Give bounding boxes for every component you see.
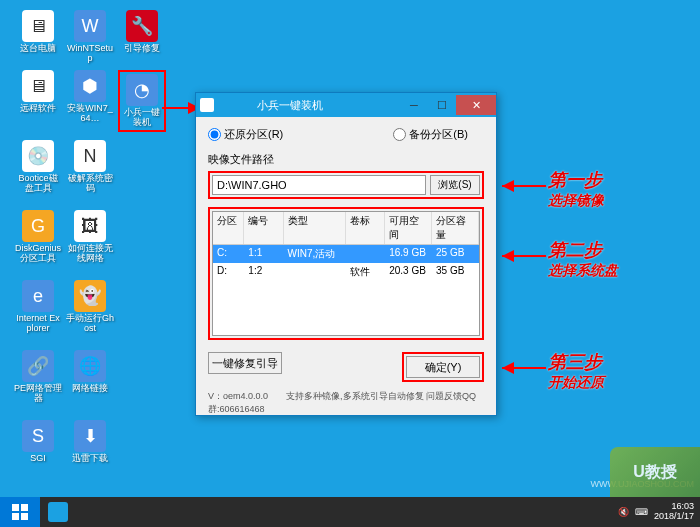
windows-icon <box>12 504 28 520</box>
column-header[interactable]: 编号 <box>244 212 283 244</box>
path-row: 浏览(S) <box>208 171 484 199</box>
app-icon: ◔ <box>126 74 158 106</box>
column-header[interactable]: 分区容量 <box>432 212 479 244</box>
app-icon: 🔧 <box>126 10 158 42</box>
column-header[interactable]: 类型 <box>284 212 346 244</box>
arrow-step2 <box>496 248 551 264</box>
taskbar: 🔇 ⌨ 16:03 2018/1/17 <box>0 497 700 527</box>
path-label: 映像文件路径 <box>208 152 484 167</box>
app-icon: 👻 <box>74 280 106 312</box>
desktop-icon-网络链接[interactable]: 🌐网络链接 <box>66 350 114 394</box>
logo-ujiaoshou: U教授 <box>610 447 700 497</box>
desktop-icon-如何连接无线网络[interactable]: 🖼如何连接无线网络 <box>66 210 114 264</box>
icon-label: Bootice磁盘工具 <box>14 174 62 194</box>
icon-label: 远程软件 <box>14 104 62 114</box>
desktop-icon-WinNTSetup[interactable]: WWinNTSetup <box>66 10 114 64</box>
app-icon: e <box>22 280 54 312</box>
desktop-icon-迅雷下载[interactable]: ⬇迅雷下载 <box>66 420 114 464</box>
annotation: 第一步选择镜像 <box>548 168 604 210</box>
column-header[interactable]: 分区 <box>213 212 244 244</box>
table-row[interactable]: C:1:1WIN7,活动16.9 GB25 GB <box>213 245 479 263</box>
app-icon: 🖼 <box>74 210 106 242</box>
system-tray[interactable]: 🔇 ⌨ 16:03 2018/1/17 <box>618 502 700 522</box>
app-icon: W <box>74 10 106 42</box>
icon-label: 迅雷下载 <box>66 454 114 464</box>
arrow-step1 <box>496 178 551 194</box>
desktop-icon-DiskGenius分区工具[interactable]: GDiskGenius分区工具 <box>14 210 62 264</box>
desktop-icon-破解系统密码[interactable]: N破解系统密码 <box>66 140 114 194</box>
app-icon: ⬇ <box>74 420 106 452</box>
app-icon: 🌐 <box>74 350 106 382</box>
icon-label: SGI <box>14 454 62 464</box>
icon-label: 手动运行Ghost <box>66 314 114 334</box>
table-row[interactable]: D:1:2软件20.3 GB35 GB <box>213 263 479 281</box>
taskbar-app-icon[interactable] <box>41 499 75 525</box>
icon-label: Internet Explorer <box>14 314 62 334</box>
app-icon: S <box>22 420 54 452</box>
dialog-title: 小兵一键装机 <box>220 98 400 113</box>
icon-label: PE网络管理器 <box>14 384 62 404</box>
icon-label: 这台电脑 <box>14 44 62 54</box>
desktop-icon-引导修复[interactable]: 🔧引导修复 <box>118 10 166 54</box>
installer-dialog: 小兵一键装机 ─ ☐ ✕ 还原分区(R) 备份分区(B) 映像文件路径 浏览(S… <box>195 92 497 416</box>
column-header[interactable]: 可用空间 <box>385 212 432 244</box>
svg-rect-6 <box>12 513 19 520</box>
desktop-icon-这台电脑[interactable]: 🖥这台电脑 <box>14 10 62 54</box>
app-icon: 🖥 <box>22 70 54 102</box>
browse-button[interactable]: 浏览(S) <box>430 175 480 195</box>
ok-button[interactable]: 确定(Y) <box>406 356 480 378</box>
icon-label: 引导修复 <box>118 44 166 54</box>
icon-label: 如何连接无线网络 <box>66 244 114 264</box>
column-header[interactable]: 卷标 <box>346 212 385 244</box>
backup-radio[interactable]: 备份分区(B) <box>393 127 468 142</box>
desktop-icon-小兵一键装机[interactable]: ◔小兵一键装机 <box>118 70 166 132</box>
annotation: 第二步选择系统盘 <box>548 238 618 280</box>
icon-label: 破解系统密码 <box>66 174 114 194</box>
start-button[interactable] <box>0 497 40 527</box>
icon-label: WinNTSetup <box>66 44 114 64</box>
image-path-input[interactable] <box>212 175 426 195</box>
app-icon: 💿 <box>22 140 54 172</box>
desktop: 🖥这台电脑WWinNTSetup🔧引导修复🖥远程软件⬢安装WIN7_64…◔小兵… <box>0 0 700 527</box>
app-icon: 🔗 <box>22 350 54 382</box>
app-icon <box>200 98 214 112</box>
tray-keyboard-icon[interactable]: ⌨ <box>635 507 648 517</box>
app-icon: N <box>74 140 106 172</box>
desktop-icon-Internet Explorer[interactable]: eInternet Explorer <box>14 280 62 334</box>
annotation: 第三步开始还原 <box>548 350 604 392</box>
icon-label: 安装WIN7_64… <box>66 104 114 124</box>
icon-label: DiskGenius分区工具 <box>14 244 62 264</box>
desktop-icon-PE网络管理器[interactable]: 🔗PE网络管理器 <box>14 350 62 404</box>
desktop-icon-手动运行Ghost[interactable]: 👻手动运行Ghost <box>66 280 114 334</box>
svg-rect-5 <box>21 504 28 511</box>
desktop-icon-SGI[interactable]: SSGI <box>14 420 62 464</box>
tray-sound-icon[interactable]: 🔇 <box>618 507 629 517</box>
repair-boot-button[interactable]: 一键修复引导 <box>208 352 282 374</box>
app-icon: 🖥 <box>22 10 54 42</box>
icon-label: 网络链接 <box>66 384 114 394</box>
dialog-footer: V：oem4.0.0.0 支持多种镜像,多系统引导自动修复 问题反馈QQ群:60… <box>208 390 484 416</box>
icon-label: 小兵一键装机 <box>122 108 162 128</box>
tray-clock[interactable]: 16:03 2018/1/17 <box>654 502 694 522</box>
desktop-icon-Bootice磁盘工具[interactable]: 💿Bootice磁盘工具 <box>14 140 62 194</box>
app-icon: G <box>22 210 54 242</box>
restore-radio[interactable]: 还原分区(R) <box>208 127 283 142</box>
close-button[interactable]: ✕ <box>456 95 496 115</box>
desktop-icon-安装WIN7_64…[interactable]: ⬢安装WIN7_64… <box>66 70 114 124</box>
minimize-button[interactable]: ─ <box>400 95 428 115</box>
titlebar[interactable]: 小兵一键装机 ─ ☐ ✕ <box>196 93 496 117</box>
desktop-icon-远程软件[interactable]: 🖥远程软件 <box>14 70 62 114</box>
maximize-button[interactable]: ☐ <box>428 95 456 115</box>
svg-rect-4 <box>12 504 19 511</box>
svg-rect-7 <box>21 513 28 520</box>
partition-table: 分区编号类型卷标可用空间分区容量 C:1:1WIN7,活动16.9 GB25 G… <box>212 211 480 336</box>
arrow-step3 <box>496 360 551 376</box>
app-icon: ⬢ <box>74 70 106 102</box>
